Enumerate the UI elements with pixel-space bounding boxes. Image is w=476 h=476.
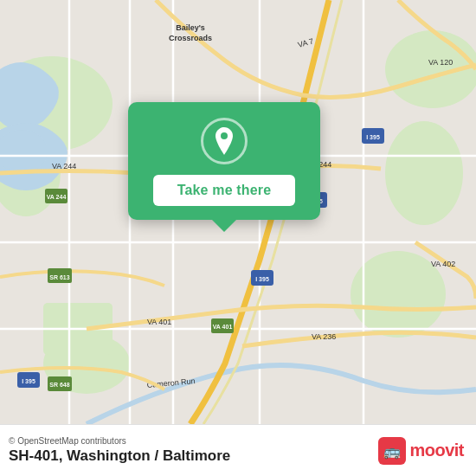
osm-attribution: © OpenStreetMap contributors — [9, 436, 230, 446]
svg-text:VA 401: VA 401 — [147, 318, 171, 326]
svg-text:Crossroads: Crossroads — [169, 34, 212, 42]
svg-text:VA 120: VA 120 — [428, 58, 453, 67]
location-popup: Take me there — [128, 102, 320, 220]
route-info: © OpenStreetMap contributors SH-401, Was… — [9, 436, 230, 465]
location-icon-wrapper — [201, 118, 248, 164]
moovit-bus-icon: 🚌 — [378, 437, 406, 465]
svg-text:VA 402: VA 402 — [431, 260, 455, 268]
take-me-there-button[interactable]: Take me there — [153, 175, 296, 206]
svg-text:VA 244: VA 244 — [47, 194, 67, 200]
svg-text:🚌: 🚌 — [383, 443, 401, 460]
svg-text:SR 648: SR 648 — [49, 382, 69, 388]
svg-text:VA 236: VA 236 — [312, 332, 336, 341]
svg-text:I 395: I 395 — [22, 378, 35, 384]
route-short: SH-401 — [9, 447, 59, 464]
svg-text:Bailey's: Bailey's — [176, 23, 205, 32]
svg-text:I 395: I 395 — [255, 276, 269, 282]
moovit-logo: 🚌 moovit — [378, 437, 464, 465]
map-view[interactable]: Cameron Run VA 7 VA 244 VA 244 VA 401 VA… — [0, 0, 476, 424]
svg-point-43 — [221, 132, 228, 139]
bottom-bar: © OpenStreetMap contributors SH-401, Was… — [0, 424, 476, 476]
svg-text:SR 613: SR 613 — [49, 274, 69, 280]
svg-text:I 395: I 395 — [366, 134, 380, 140]
svg-point-4 — [385, 121, 463, 225]
location-pin-icon — [213, 127, 235, 155]
svg-text:VA 244: VA 244 — [52, 162, 76, 170]
route-title: SH-401, Washington / Baltimore — [9, 447, 230, 465]
svg-text:VA 401: VA 401 — [213, 324, 233, 330]
route-city: Washington / Baltimore — [67, 447, 230, 464]
moovit-brand-label: moovit — [409, 441, 464, 460]
